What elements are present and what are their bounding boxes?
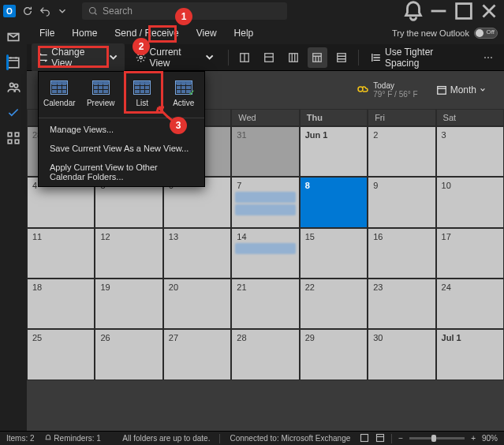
view-option-calendar[interactable]: Calendar bbox=[39, 72, 80, 116]
svg-rect-7 bbox=[338, 53, 346, 62]
calendar-cell[interactable]: 11 bbox=[27, 228, 95, 279]
calendar-cell[interactable]: 20 bbox=[163, 279, 231, 329]
calendar-cell[interactable]: 30 bbox=[368, 329, 435, 380]
active-view-icon bbox=[175, 80, 192, 95]
svg-rect-12 bbox=[8, 133, 12, 136]
chevron-down-icon bbox=[108, 52, 118, 63]
calendar-cell[interactable]: 22 bbox=[300, 279, 368, 329]
search-icon bbox=[88, 6, 98, 16]
calendar-cell[interactable]: 16 bbox=[368, 228, 435, 279]
chevron-down-icon bbox=[480, 87, 486, 93]
calendar-cell[interactable]: 19 bbox=[95, 279, 162, 329]
people-icon[interactable] bbox=[6, 80, 21, 95]
calendar-cell[interactable]: 21 bbox=[231, 279, 299, 329]
view-reading-icon[interactable] bbox=[375, 433, 385, 444]
calendar-icon[interactable] bbox=[6, 55, 21, 69]
zoom-out-icon[interactable]: − bbox=[398, 434, 403, 443]
calendar-cell[interactable]: 18 bbox=[27, 279, 95, 329]
calendar-cell[interactable]: 26 bbox=[95, 329, 162, 380]
more-options-button[interactable]: ⋯ bbox=[477, 49, 499, 66]
calendar-cell[interactable]: 3 bbox=[436, 126, 504, 177]
view-option-preview[interactable]: Preview bbox=[80, 72, 122, 116]
chevron-down-icon bbox=[204, 52, 215, 63]
try-new-label: Try the new Outlook bbox=[392, 28, 469, 38]
save-current-view-item[interactable]: Save Current View As a New View... bbox=[39, 139, 204, 158]
calendar-cell[interactable]: Jul 1 bbox=[436, 329, 504, 380]
menu-file[interactable]: File bbox=[32, 24, 62, 42]
zoom-in-icon[interactable]: + bbox=[471, 434, 476, 443]
separator bbox=[228, 50, 229, 65]
calendar-cell[interactable]: 14 bbox=[231, 228, 299, 279]
view-option-list[interactable]: List bbox=[121, 72, 163, 116]
annotation-badge-2: 2 bbox=[133, 38, 150, 55]
view-week-icon[interactable] bbox=[283, 47, 303, 68]
status-reminders[interactable]: Reminders: 1 bbox=[44, 434, 101, 443]
view-workweek-icon[interactable] bbox=[259, 47, 278, 68]
change-view-button[interactable]: Change View bbox=[32, 43, 125, 72]
calendar-cell[interactable]: 12 bbox=[95, 228, 162, 279]
undo-icon[interactable] bbox=[39, 6, 50, 17]
try-new-toggle-icon[interactable]: Off bbox=[474, 28, 498, 39]
calendar-cell[interactable]: 10 bbox=[436, 177, 504, 227]
weather-widget[interactable]: Today 79° F / 56° F bbox=[356, 81, 417, 99]
menu-help[interactable]: Help bbox=[226, 24, 262, 42]
maximize-button[interactable] bbox=[452, 0, 476, 22]
calendar-cell[interactable]: 27 bbox=[163, 329, 231, 380]
month-scale-button[interactable]: Month bbox=[429, 80, 493, 99]
mail-icon[interactable] bbox=[6, 30, 21, 44]
calendar-cell[interactable]: 8 bbox=[300, 177, 368, 227]
annotation-badge-3: 3 bbox=[170, 117, 187, 134]
view-day-icon[interactable] bbox=[235, 47, 255, 68]
calendar-cell[interactable]: 29 bbox=[300, 329, 368, 380]
tighter-spacing-button[interactable]: Use Tighter Spacing bbox=[365, 43, 472, 72]
zoom-slider[interactable] bbox=[409, 437, 465, 439]
calendar-cell[interactable]: 7 bbox=[231, 177, 299, 227]
calendar-cell[interactable]: 2 bbox=[368, 126, 435, 177]
view-schedule-icon[interactable] bbox=[332, 47, 352, 68]
try-new-outlook[interactable]: Try the new Outlook Off bbox=[392, 28, 498, 39]
calendar-cell[interactable]: 13 bbox=[163, 228, 231, 279]
title-bar: O Search bbox=[0, 0, 504, 22]
menu-view[interactable]: View bbox=[189, 24, 225, 42]
tighter-spacing-label: Use Tighter Spacing bbox=[385, 47, 466, 69]
svg-rect-17 bbox=[437, 87, 446, 95]
apps-icon[interactable] bbox=[6, 131, 21, 145]
view-option-label: List bbox=[136, 99, 148, 107]
day-header: Thu bbox=[300, 109, 368, 126]
calendar-cell[interactable]: 17 bbox=[436, 228, 504, 279]
todo-icon[interactable] bbox=[6, 106, 21, 120]
calendar-cell[interactable]: 31 bbox=[231, 126, 299, 177]
calendar-cell[interactable]: 23 bbox=[368, 279, 435, 329]
calendar-cell[interactable]: 15 bbox=[300, 228, 368, 279]
dropdown-icon[interactable] bbox=[57, 6, 68, 17]
annotation-badge-1: 1 bbox=[175, 8, 192, 25]
preview-view-icon bbox=[92, 80, 110, 95]
view-option-label: Preview bbox=[87, 99, 115, 107]
svg-rect-5 bbox=[289, 53, 297, 62]
calendar-cell[interactable]: 28 bbox=[231, 329, 299, 380]
minimize-button[interactable] bbox=[427, 0, 450, 22]
svg-rect-15 bbox=[15, 140, 19, 144]
apply-current-view-item[interactable]: Apply Current View to Other Calendar Fol… bbox=[39, 158, 204, 186]
menu-home[interactable]: Home bbox=[64, 24, 105, 42]
view-normal-icon[interactable] bbox=[360, 433, 369, 444]
menu-bar: File Home Send / Receive View Help Try t… bbox=[0, 22, 504, 44]
calendar-cell[interactable]: 24 bbox=[436, 279, 504, 329]
status-folders: All folders are up to date. bbox=[122, 434, 210, 443]
calendar-cell[interactable]: 25 bbox=[27, 329, 95, 380]
day-header: Wed bbox=[231, 109, 299, 126]
svg-rect-14 bbox=[8, 140, 12, 144]
view-month-icon[interactable] bbox=[308, 47, 327, 68]
close-button[interactable] bbox=[477, 0, 501, 22]
calendar-cell[interactable]: Jun 1 bbox=[300, 126, 368, 177]
view-option-active[interactable]: Active bbox=[163, 72, 205, 116]
status-items: Items: 2 bbox=[6, 434, 35, 443]
svg-rect-18 bbox=[361, 434, 368, 441]
calendar-cell[interactable]: 9 bbox=[368, 177, 435, 227]
list-view-icon bbox=[133, 80, 151, 95]
zoom-level: 90% bbox=[482, 434, 498, 443]
sync-icon[interactable] bbox=[22, 6, 33, 17]
notifications-icon[interactable] bbox=[401, 0, 425, 22]
view-option-label: Calendar bbox=[43, 99, 76, 107]
month-label: Month bbox=[450, 84, 476, 95]
